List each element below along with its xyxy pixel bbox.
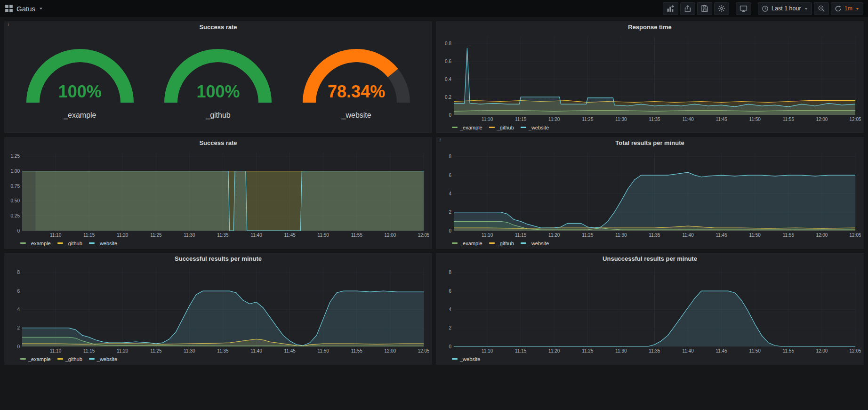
add-panel-icon bbox=[667, 5, 675, 13]
monitor-icon bbox=[739, 5, 747, 13]
panel-title[interactable]: Successful results per minute bbox=[4, 253, 432, 264]
y-tick-label: 8 bbox=[449, 154, 451, 159]
x-tick-label: 11:10 bbox=[482, 117, 493, 122]
legend-item-_github[interactable]: _github bbox=[489, 125, 514, 130]
legend-color-icon bbox=[489, 127, 495, 128]
y-tick-label: 1.00 bbox=[11, 169, 20, 174]
legend-item-_website[interactable]: _website bbox=[89, 241, 117, 246]
y-tick-label: 0.75 bbox=[11, 184, 20, 189]
gauge-value: 100% bbox=[21, 82, 139, 102]
gauge-label: _example bbox=[21, 111, 139, 120]
legend-item-_example[interactable]: _example bbox=[20, 241, 51, 246]
gauge-value: 100% bbox=[159, 82, 277, 102]
x-tick-label: 11:35 bbox=[217, 233, 229, 238]
y-tick-label: 4 bbox=[17, 307, 20, 312]
x-tick-label: 11:20 bbox=[548, 117, 560, 122]
legend-color-icon bbox=[452, 358, 458, 360]
x-tick-label: 11:25 bbox=[150, 233, 162, 238]
x-tick-label: 11:45 bbox=[716, 117, 728, 122]
x-tick-label: 11:55 bbox=[783, 117, 795, 122]
save-button[interactable] bbox=[697, 2, 712, 15]
refresh-button[interactable]: 1m bbox=[831, 2, 863, 15]
chart-area: 11:1011:1511:2011:2511:3011:3511:4011:45… bbox=[436, 148, 864, 239]
x-tick-label: 11:55 bbox=[783, 348, 795, 354]
x-tick-label: 11:10 bbox=[50, 348, 62, 354]
legend-color-icon bbox=[521, 127, 526, 128]
save-icon bbox=[701, 5, 708, 12]
time-range-label: Last 1 hour bbox=[772, 5, 801, 12]
x-tick-label: 12:05 bbox=[849, 348, 861, 354]
x-tick-label: 11:45 bbox=[284, 348, 296, 354]
gauge-example: 100% _example bbox=[21, 46, 139, 120]
x-tick-label: 11:25 bbox=[582, 233, 594, 238]
y-tick-label: 0.25 bbox=[11, 213, 20, 218]
x-tick-label: 12:05 bbox=[849, 233, 861, 238]
y-tick-label: 8 bbox=[17, 270, 20, 275]
legend-item-_website[interactable]: _website bbox=[452, 356, 480, 362]
legend-item-_example[interactable]: _example bbox=[20, 356, 51, 362]
y-tick-label: 6 bbox=[449, 289, 451, 294]
share-button[interactable] bbox=[680, 2, 695, 15]
y-tick-label: 8 bbox=[449, 270, 451, 275]
panel-info-icon[interactable]: i bbox=[437, 137, 443, 143]
dashboard-grid: i Success rate 100% _example 100% _githu… bbox=[0, 17, 868, 369]
y-tick-label: 0 bbox=[17, 228, 20, 233]
panel-unsuccessful-results: Unsuccessful results per minute 11:1011:… bbox=[435, 252, 864, 365]
x-tick-label: 11:15 bbox=[83, 348, 95, 354]
series-area-_website bbox=[454, 172, 855, 231]
legend-item-_github[interactable]: _github bbox=[57, 356, 82, 362]
legend-color-icon bbox=[89, 358, 95, 360]
x-tick-label: 11:45 bbox=[716, 348, 728, 354]
response-time-chart[interactable]: 11:1011:1511:2011:2511:3011:3511:4011:45… bbox=[439, 32, 861, 123]
x-tick-label: 11:30 bbox=[615, 117, 627, 122]
legend-item-_website[interactable]: _website bbox=[521, 125, 549, 130]
x-tick-label: 11:20 bbox=[548, 348, 560, 354]
legend-item-_example[interactable]: _example bbox=[452, 125, 482, 130]
share-icon bbox=[684, 5, 691, 12]
x-tick-label: 11:50 bbox=[749, 348, 761, 354]
x-tick-label: 11:35 bbox=[217, 348, 229, 354]
panel-title[interactable]: Success rate bbox=[4, 21, 432, 32]
legend-item-_example[interactable]: _example bbox=[452, 241, 482, 246]
panel-success-rate-gauges: i Success rate 100% _example 100% _githu… bbox=[4, 21, 433, 134]
x-tick-label: 12:00 bbox=[816, 233, 828, 238]
panel-success-rate-series: Success rate 11:1011:1511:2011:2511:3011… bbox=[4, 137, 433, 249]
y-tick-label: 2 bbox=[17, 325, 20, 330]
panel-title[interactable]: Unsuccessful results per minute bbox=[436, 253, 864, 264]
x-tick-label: 11:10 bbox=[482, 348, 493, 354]
add-panel-button[interactable] bbox=[663, 2, 678, 15]
x-tick-label: 11:30 bbox=[184, 348, 195, 354]
chart-legend: _example_github_website bbox=[4, 355, 432, 365]
gauge-website: 78.34% _website bbox=[297, 46, 415, 120]
x-tick-label: 11:35 bbox=[649, 348, 660, 354]
zoom-out-button[interactable] bbox=[814, 2, 829, 15]
y-tick-label: 4 bbox=[449, 307, 451, 312]
x-tick-label: 12:00 bbox=[384, 348, 396, 354]
dashboard-caret-icon[interactable] bbox=[39, 6, 43, 11]
y-tick-label: 0.50 bbox=[11, 198, 20, 203]
legend-item-_github[interactable]: _github bbox=[489, 241, 514, 246]
success-rate-chart[interactable]: 11:1011:1511:2011:2511:3011:3511:4011:45… bbox=[7, 148, 429, 239]
y-tick-label: 6 bbox=[17, 289, 20, 294]
panel-title[interactable]: Total results per minute bbox=[436, 137, 864, 148]
x-tick-label: 12:00 bbox=[384, 233, 396, 238]
gauge-value: 78.34% bbox=[297, 82, 415, 102]
total-results-chart[interactable]: 11:1011:1511:2011:2511:3011:3511:4011:45… bbox=[439, 148, 861, 239]
unsuccessful-results-chart[interactable]: 11:1011:1511:2011:2511:3011:3511:4011:45… bbox=[439, 264, 861, 355]
gauge-github: 100% _github bbox=[159, 46, 277, 120]
grafana-apps-icon[interactable] bbox=[5, 4, 13, 13]
settings-button[interactable] bbox=[714, 2, 729, 15]
panel-total-results: i Total results per minute 11:1011:1511:… bbox=[435, 137, 864, 249]
dashboard-title[interactable]: Gatus bbox=[16, 5, 35, 13]
successful-results-chart[interactable]: 11:1011:1511:2011:2511:3011:3511:4011:45… bbox=[7, 264, 429, 355]
panel-title[interactable]: Success rate bbox=[4, 137, 432, 148]
panel-title[interactable]: Response time bbox=[436, 21, 864, 32]
legend-item-_website[interactable]: _website bbox=[521, 241, 549, 246]
cycle-view-button[interactable] bbox=[736, 2, 751, 15]
panel-info-icon[interactable]: i bbox=[6, 22, 11, 27]
y-tick-label: 0 bbox=[449, 344, 451, 349]
legend-color-icon bbox=[20, 242, 26, 244]
legend-item-_github[interactable]: _github bbox=[57, 241, 82, 246]
time-range-button[interactable]: Last 1 hour bbox=[758, 2, 812, 15]
legend-item-_website[interactable]: _website bbox=[89, 356, 117, 362]
